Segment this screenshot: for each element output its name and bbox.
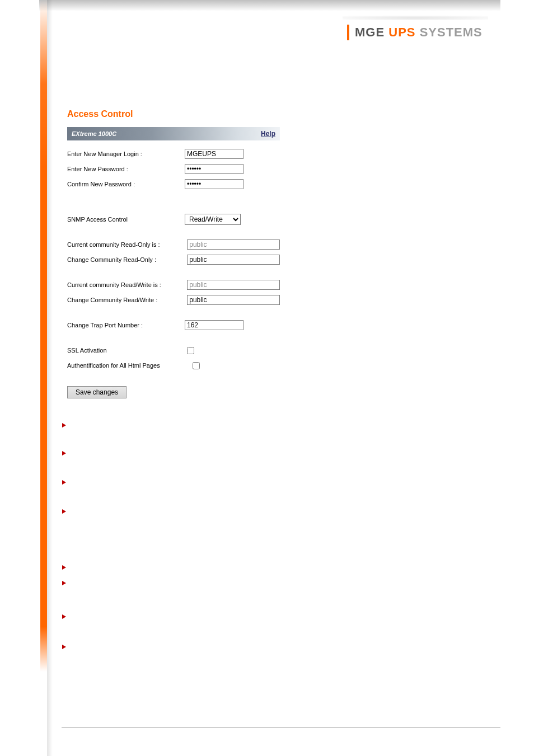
change-ro-label: Change Community Read-Only :	[67, 256, 187, 263]
password-label: Enter New Password :	[67, 166, 185, 172]
current-rw-label: Current community Read/Write is :	[67, 281, 187, 288]
bullet-icon	[62, 580, 67, 586]
confirm-password-label: Confirm New Password :	[67, 181, 185, 187]
device-name: EXtreme 1000C	[72, 130, 116, 137]
access-control-form: Enter New Manager Login : Enter New Pass…	[67, 140, 280, 398]
change-ro-input[interactable]	[187, 255, 280, 265]
help-link[interactable]: Help	[261, 130, 275, 138]
bullet-list	[62, 422, 67, 672]
brand-bar	[347, 25, 349, 40]
brand-part2: UPS	[388, 25, 415, 39]
panel-titlebar: EXtreme 1000C Help	[67, 127, 280, 140]
brand-shadow	[343, 16, 488, 20]
trap-port-label: Change Trap Port Number :	[67, 322, 185, 328]
brand-text: MGE UPS SYSTEMS	[355, 25, 483, 40]
current-ro-label: Current community Read-Only is :	[67, 241, 187, 248]
bullet-icon	[62, 480, 67, 485]
brand-part1: MGE	[355, 25, 385, 39]
left-stripe	[40, 0, 47, 756]
brand-part3: SYSTEMS	[420, 25, 483, 39]
bullet-icon	[62, 644, 67, 650]
password-input[interactable]	[185, 164, 243, 174]
change-rw-input[interactable]	[187, 295, 280, 305]
current-ro-input	[187, 240, 280, 250]
current-rw-input	[187, 280, 280, 290]
divider	[62, 727, 500, 728]
ssl-label: SSL Activation	[67, 347, 185, 354]
bullet-icon	[62, 565, 67, 570]
page-title: Access Control	[67, 109, 280, 119]
snmp-access-label: SNMP Access Control	[67, 216, 185, 223]
trap-port-input[interactable]	[185, 320, 243, 330]
auth-checkbox[interactable]	[193, 362, 200, 369]
bullet-icon	[62, 509, 67, 514]
auth-label: Authentification for All Html Pages	[67, 362, 190, 369]
left-stripe-shadow	[47, 0, 53, 756]
change-rw-label: Change Community Read/Write :	[67, 297, 187, 303]
bullet-icon	[62, 450, 67, 456]
login-label: Enter New Manager Login :	[67, 151, 185, 157]
bullet-icon	[62, 422, 67, 428]
bullet-icon	[62, 614, 67, 619]
ssl-checkbox[interactable]	[187, 347, 194, 354]
top-shadow	[39, 0, 500, 11]
login-input[interactable]	[185, 149, 243, 159]
snmp-access-select[interactable]: Read/Write	[185, 214, 241, 225]
save-button[interactable]: Save changes	[67, 386, 127, 398]
confirm-password-input[interactable]	[185, 179, 243, 189]
brand-logo: MGE UPS SYSTEMS	[347, 22, 483, 43]
